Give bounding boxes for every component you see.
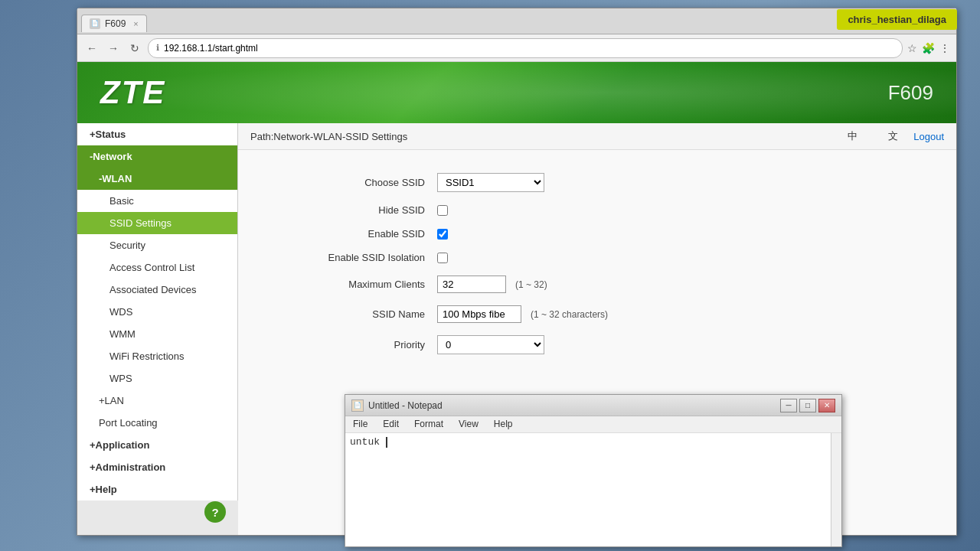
sidebar-item-help-label: +Help: [90, 484, 117, 495]
extensions-icon[interactable]: 🧩: [922, 42, 935, 54]
menu-icon[interactable]: ⋮: [939, 42, 950, 54]
choose-ssid-control: SSID1 SSID2 SSID3 SSID4: [437, 173, 544, 192]
text-cursor: [386, 437, 387, 448]
sidebar-item-basic-label: Basic: [109, 195, 134, 207]
max-clients-hint: (1 ~ 32): [515, 279, 547, 290]
notepad-edit-menu[interactable]: Edit: [375, 416, 407, 432]
max-clients-control: (1 ~ 32): [437, 276, 547, 293]
sidebar-item-basic[interactable]: Basic: [77, 190, 237, 212]
hide-ssid-checkbox[interactable]: [437, 205, 448, 216]
desktop: chris_hestian_dilaga 📄 F609 × ← → ↻ ℹ ☆ …: [0, 0, 980, 551]
sidebar-item-wifi-restrictions[interactable]: WiFi Restrictions: [77, 345, 237, 367]
sidebar-item-security-label: Security: [109, 240, 145, 251]
sidebar-item-wlan[interactable]: -WLAN: [77, 168, 237, 190]
sidebar-item-port-locating[interactable]: Port Locating: [77, 412, 237, 434]
sidebar-item-access-control-list-label: Access Control List: [109, 262, 194, 273]
notepad-controls: ─ □ ✕: [780, 399, 835, 412]
sidebar-item-access-control-list[interactable]: Access Control List: [77, 256, 237, 279]
bookmark-icon[interactable]: ☆: [907, 42, 917, 54]
ssid-name-control: (1 ~ 32 characters): [437, 305, 608, 323]
notepad-close-button[interactable]: ✕: [818, 399, 835, 412]
tab-close-icon[interactable]: ×: [133, 19, 138, 28]
enable-ssid-row: Enable SSID: [269, 228, 743, 240]
zte-logo: ZTE: [100, 74, 165, 111]
enable-ssid-checkbox[interactable]: [437, 229, 448, 240]
notepad-file-menu[interactable]: File: [345, 416, 375, 432]
notepad-title-left: 📄 Untitled - Notepad: [351, 399, 443, 412]
sidebar-item-administration[interactable]: +Administration: [77, 456, 237, 478]
notepad-menubar: File Edit Format View Help: [345, 416, 841, 433]
path-bar: Path:Network-WLAN-SSID Settings 中 文 Logo…: [238, 123, 956, 150]
sidebar-item-port-locating-label: Port Locating: [99, 417, 158, 429]
sidebar-item-wmm[interactable]: WMM: [77, 323, 237, 345]
notepad-app-icon: 📄: [351, 399, 364, 412]
enable-ssid-isolation-label: Enable SSID Isolation: [269, 252, 437, 263]
sidebar-item-wds[interactable]: WDS: [77, 301, 237, 323]
priority-label: Priority: [269, 339, 437, 350]
notepad-titlebar: 📄 Untitled - Notepad ─ □ ✕: [345, 395, 841, 416]
address-bar[interactable]: ℹ: [148, 38, 903, 58]
back-button[interactable]: ←: [83, 40, 100, 57]
zte-model: F609: [888, 81, 933, 105]
sidebar-item-lan[interactable]: +LAN: [77, 390, 237, 412]
sidebar-item-administration-label: +Administration: [90, 461, 165, 473]
enable-ssid-isolation-checkbox[interactable]: [437, 253, 448, 263]
priority-select[interactable]: 0 1 2 3: [437, 335, 544, 354]
choose-ssid-select[interactable]: SSID1 SSID2 SSID3 SSID4: [437, 173, 544, 192]
notepad-title: Untitled - Notepad: [368, 400, 443, 411]
enable-ssid-label: Enable SSID: [269, 228, 437, 240]
sidebar-item-wifi-restrictions-label: WiFi Restrictions: [109, 350, 185, 362]
hide-ssid-label: Hide SSID: [269, 204, 437, 216]
notepad-text: untuk: [350, 436, 386, 448]
enable-ssid-isolation-row: Enable SSID Isolation: [269, 252, 743, 263]
tab-favicon: 📄: [90, 18, 100, 29]
sidebar-item-security[interactable]: Security: [77, 234, 237, 256]
notepad-scrollbar[interactable]: [831, 433, 841, 546]
sidebar-item-help[interactable]: +Help: [77, 478, 237, 500]
sidebar-item-status[interactable]: +Status: [77, 123, 237, 145]
lang-en-button[interactable]: 文: [888, 129, 898, 143]
notepad-maximize-button[interactable]: □: [799, 399, 816, 412]
help-button[interactable]: ?: [204, 501, 226, 523]
max-clients-label: Maximum Clients: [269, 279, 437, 290]
hide-ssid-control: [437, 205, 448, 216]
sidebar-item-wps-label: WPS: [109, 373, 132, 384]
sidebar-item-application[interactable]: +Application: [77, 434, 237, 456]
url-input[interactable]: [164, 43, 894, 54]
address-bar-row: ← → ↻ ℹ ☆ 🧩 ⋮: [77, 34, 956, 62]
priority-row: Priority 0 1 2 3: [269, 335, 743, 354]
lang-cn-button[interactable]: 中: [848, 129, 858, 143]
ssid-name-input[interactable]: [437, 305, 521, 323]
forward-button[interactable]: →: [105, 40, 122, 57]
hide-ssid-row: Hide SSID: [269, 204, 743, 216]
notepad-content[interactable]: untuk: [345, 433, 841, 546]
sidebar-item-ssid-settings[interactable]: SSID Settings: [77, 212, 237, 234]
sidebar-item-wps[interactable]: WPS: [77, 367, 237, 390]
ssid-name-label: SSID Name: [269, 308, 437, 320]
sidebar-item-associated-devices-label: Associated Devices: [109, 284, 196, 295]
notepad-format-menu[interactable]: Format: [407, 416, 451, 432]
notepad-help-menu[interactable]: Help: [486, 416, 521, 432]
tab-bar: 📄 F609 ×: [77, 8, 956, 34]
username-badge: chris_hestian_dilaga: [837, 9, 957, 30]
notepad-view-menu[interactable]: View: [451, 416, 486, 432]
sidebar: +Status -Network -WLAN Basic SSID Se: [77, 123, 238, 500]
priority-control: 0 1 2 3: [437, 335, 544, 354]
sidebar-item-associated-devices[interactable]: Associated Devices: [77, 279, 237, 301]
max-clients-input[interactable]: [437, 276, 506, 293]
path-text: Path:Network-WLAN-SSID Settings: [250, 131, 407, 142]
sidebar-item-network[interactable]: -Network: [77, 145, 237, 168]
notepad-window: 📄 Untitled - Notepad ─ □ ✕ File Edit For…: [345, 394, 842, 547]
zte-header: ZTE F609: [77, 62, 956, 123]
sidebar-item-network-label: Network: [93, 151, 132, 162]
browser-tab[interactable]: 📄 F609 ×: [81, 15, 147, 32]
logout-button[interactable]: Logout: [913, 131, 944, 142]
reload-button[interactable]: ↻: [126, 40, 143, 57]
choose-ssid-label: Choose SSID: [269, 177, 437, 188]
browser-toolbar-icons: ☆ 🧩 ⋮: [907, 42, 950, 54]
ssid-settings-form: Choose SSID SSID1 SSID2 SSID3 SSID4: [238, 150, 774, 390]
ssid-name-hint: (1 ~ 32 characters): [531, 309, 608, 320]
notepad-minimize-button[interactable]: ─: [780, 399, 797, 412]
sidebar-item-status-prefix: +: [90, 129, 96, 140]
path-bar-right: 中 文 Logout: [848, 129, 944, 143]
